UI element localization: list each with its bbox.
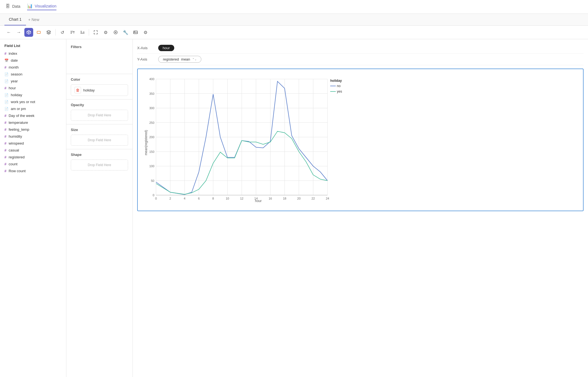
shape-drop-zone[interactable]: Drop Field Here bbox=[71, 159, 128, 171]
svg-text:2: 2 bbox=[170, 197, 171, 200]
field-name: humidity bbox=[9, 134, 22, 138]
field-name: holiday bbox=[11, 93, 22, 97]
field-item-holiday[interactable]: 📄holiday bbox=[0, 91, 66, 98]
svg-text:350: 350 bbox=[149, 92, 154, 95]
field-item-feeling_temp[interactable]: #feeling_temp bbox=[0, 126, 66, 133]
field-name: date bbox=[11, 58, 18, 62]
field-name: year bbox=[11, 79, 18, 83]
nav-visualization[interactable]: 📊 Visualization bbox=[27, 3, 56, 10]
svg-text:10: 10 bbox=[226, 197, 229, 200]
svg-text:6: 6 bbox=[198, 197, 200, 200]
numeric-icon: # bbox=[4, 141, 6, 145]
field-item-year[interactable]: 📄year bbox=[0, 78, 66, 85]
tab-chart1[interactable]: Chart 1 bbox=[4, 14, 26, 25]
field-item-index[interactable]: #index bbox=[0, 50, 66, 57]
field-name: Row count bbox=[9, 169, 25, 173]
svg-text:50: 50 bbox=[151, 179, 154, 182]
field-item-hour[interactable]: #hour bbox=[0, 85, 66, 91]
filters-title: Filters bbox=[66, 43, 132, 51]
sort-asc-button[interactable] bbox=[68, 28, 77, 37]
field-item-am-or-pm[interactable]: 📄am or pm bbox=[0, 105, 66, 112]
field-item-count[interactable]: #count bbox=[0, 161, 66, 167]
svg-text:12: 12 bbox=[240, 197, 243, 200]
layers-button[interactable] bbox=[44, 28, 53, 37]
top-nav: 🗄 Data 📊 Visualization bbox=[0, 0, 588, 14]
field-item-Day-of-the-week[interactable]: #Day of the week bbox=[0, 112, 66, 119]
forward-button[interactable]: → bbox=[14, 28, 23, 37]
field-name: month bbox=[9, 65, 19, 69]
size-title: Size bbox=[66, 125, 132, 133]
cat-icon: 📄 bbox=[4, 100, 9, 104]
svg-text:18: 18 bbox=[283, 197, 286, 200]
refresh-button[interactable]: ↺ bbox=[58, 28, 67, 37]
sort-desc-button[interactable] bbox=[78, 28, 87, 37]
cat-icon: 📄 bbox=[4, 79, 9, 83]
numeric-icon: # bbox=[4, 127, 6, 132]
config-button[interactable]: ⚙ bbox=[141, 28, 150, 37]
field-item-registered[interactable]: #registered bbox=[0, 154, 66, 161]
svg-text:200: 200 bbox=[149, 135, 154, 139]
cat-icon: 📄 bbox=[4, 93, 9, 97]
date-icon: 📅 bbox=[4, 59, 9, 62]
data-icon: 🗄 bbox=[6, 4, 10, 9]
svg-text:0: 0 bbox=[155, 197, 157, 200]
wrench-button[interactable]: 🔧 bbox=[121, 28, 130, 37]
field-name: registered bbox=[9, 155, 25, 159]
rectangle-button[interactable] bbox=[34, 28, 43, 37]
field-item-date[interactable]: 📅date bbox=[0, 57, 66, 64]
y-agg: mean bbox=[181, 57, 190, 61]
numeric-icon: # bbox=[4, 114, 6, 118]
x-axis-row: X-Axis hour bbox=[137, 43, 584, 54]
y-axis-row: Y-Axis registered mean ⌃⌄ bbox=[137, 54, 584, 65]
line-chart-svg: 050100150200250300350400 024681012141618… bbox=[142, 74, 369, 206]
opacity-drop-zone[interactable]: Drop Field Here bbox=[71, 110, 128, 121]
cube-button[interactable] bbox=[24, 28, 33, 37]
chart-settings-button[interactable]: ⚙ bbox=[101, 28, 110, 37]
opacity-title: Opacity bbox=[66, 101, 132, 109]
y-agg-arrows[interactable]: ⌃⌄ bbox=[192, 58, 197, 61]
numeric-icon: # bbox=[4, 148, 6, 152]
field-list-title: Field List bbox=[0, 43, 66, 50]
cat-icon: 📄 bbox=[4, 72, 9, 76]
transform-button[interactable] bbox=[111, 28, 120, 37]
svg-text:20: 20 bbox=[297, 197, 301, 200]
y-axis-value[interactable]: registered mean ⌃⌄ bbox=[158, 56, 201, 63]
x-axis-title: hour bbox=[255, 199, 262, 203]
y-field: registered bbox=[163, 57, 179, 61]
field-name: casual bbox=[9, 148, 19, 152]
expand-button[interactable] bbox=[91, 28, 100, 37]
field-item-winspeed[interactable]: #winspeed bbox=[0, 140, 66, 147]
svg-text:250: 250 bbox=[149, 121, 154, 124]
svg-rect-8 bbox=[134, 31, 137, 34]
numeric-icon: # bbox=[4, 51, 6, 56]
field-item-casual[interactable]: #casual bbox=[0, 147, 66, 154]
field-item-month[interactable]: #month bbox=[0, 64, 66, 71]
field-name: work yes or not bbox=[11, 100, 35, 104]
field-item-Row-count[interactable]: #Row count bbox=[0, 167, 66, 174]
y-axis-title: mean(registered) bbox=[144, 130, 148, 155]
x-axis-value[interactable]: hour bbox=[158, 45, 174, 51]
chart-container: 050100150200250300350400 024681012141618… bbox=[137, 69, 584, 211]
field-item-humidity[interactable]: #humidity bbox=[0, 133, 66, 140]
svg-text:16: 16 bbox=[269, 197, 272, 200]
tab-new[interactable]: + New bbox=[26, 14, 41, 25]
numeric-icon: # bbox=[4, 162, 6, 166]
svg-text:4: 4 bbox=[184, 197, 185, 200]
svg-text:400: 400 bbox=[149, 77, 154, 81]
nav-data[interactable]: 🗄 Data bbox=[6, 4, 20, 10]
size-drop-zone[interactable]: Drop Field Here bbox=[71, 135, 128, 146]
color-field-label: holiday bbox=[83, 88, 95, 92]
field-item-temperature[interactable]: #temperature bbox=[0, 119, 66, 126]
field-item-work-yes-or-not[interactable]: 📄work yes or not bbox=[0, 98, 66, 105]
numeric-icon: # bbox=[4, 65, 6, 69]
svg-rect-0 bbox=[37, 31, 40, 33]
back-button[interactable]: ← bbox=[4, 28, 13, 37]
numeric-icon: # bbox=[4, 134, 6, 138]
image-button[interactable] bbox=[131, 28, 140, 37]
svg-text:300: 300 bbox=[149, 106, 154, 110]
color-chip: 🗑 holiday bbox=[71, 84, 128, 96]
svg-text:24: 24 bbox=[326, 197, 329, 200]
cat-icon: 📄 bbox=[4, 107, 9, 111]
field-item-season[interactable]: 📄season bbox=[0, 71, 66, 78]
remove-color-button[interactable]: 🗑 bbox=[74, 87, 81, 93]
